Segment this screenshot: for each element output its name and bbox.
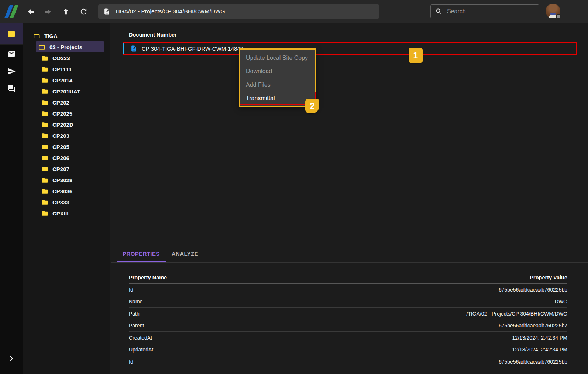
tree-folder-item[interactable]: CP3036	[23, 186, 110, 197]
back-button[interactable]	[23, 4, 38, 19]
folder-icon	[41, 132, 48, 139]
property-value-cell: 675be56addcaeaab760225bb	[499, 359, 567, 365]
tree-folder-item[interactable]: CP202D	[23, 119, 110, 130]
tree-item-label: CP2025	[52, 110, 72, 117]
tree-item-label: CP205	[52, 144, 69, 150]
header-property-value: Property Value	[530, 275, 567, 280]
menu-item-update-local-site-copy[interactable]: Update Local Site Copy	[240, 51, 315, 65]
back-arrow-icon	[26, 7, 35, 16]
search-input[interactable]	[447, 8, 534, 15]
folder-icon	[41, 66, 48, 73]
tree-folder-item[interactable]: CP206	[23, 152, 110, 163]
tree-folder-item[interactable]: CP205	[23, 141, 110, 152]
property-name-cell: Name	[129, 299, 142, 305]
tree-folder-item[interactable]: CP203	[23, 130, 110, 141]
menu-item-add-files[interactable]: Add Files	[240, 78, 315, 92]
rail-item-chat[interactable]	[0, 80, 23, 98]
property-name-cell: UpdatedAt	[129, 347, 153, 353]
mail-icon	[7, 49, 16, 58]
property-value-cell: /TIGA/02 - Projects/CP 304/BHI/CWM/DWG	[466, 311, 567, 317]
tree-item-label: CO223	[52, 55, 70, 61]
folder-icon	[41, 55, 48, 62]
send-icon	[7, 67, 16, 76]
tab-analyze[interactable]: ANALYZE	[166, 245, 204, 262]
folder-icon	[41, 99, 48, 106]
tree-item-selected[interactable]: 02 - Projects	[36, 41, 104, 52]
tree-folder-item[interactable]: CP1111	[23, 64, 110, 75]
search-icon	[435, 8, 443, 15]
rail-item-send[interactable]	[0, 62, 23, 80]
tree-item-label: CP3028	[52, 177, 72, 183]
property-value-cell: 12/13/2024, 2:42:34 PM	[512, 347, 567, 353]
tree-item-label: CP202	[52, 99, 69, 106]
folder-icon	[41, 77, 48, 84]
main-content: Document Number CP 304-TIGA-BHI-GF-DRW-C…	[111, 23, 588, 374]
tree-item-label: CP206	[52, 155, 69, 161]
avatar[interactable]	[546, 4, 560, 18]
document-row[interactable]: CP 304-TIGA-BHI-GF-DRW-CWM-14849	[123, 42, 577, 55]
property-value-cell: 675be56addcaeaab760225bb	[499, 287, 567, 293]
forward-button[interactable]	[41, 4, 55, 19]
properties-table-header: Property Name Property Value	[129, 272, 567, 284]
folder-icon	[41, 110, 48, 117]
tree-item-label: CP333	[52, 199, 69, 205]
address-path-field[interactable]: TIGA/02 - Projects/CP 304/BHI/CWM/DWG	[98, 4, 379, 19]
document-icon	[103, 8, 110, 15]
property-value-cell: 12/13/2024, 2:42:34 PM	[512, 335, 567, 341]
tree-item-root[interactable]: TIGA	[23, 30, 110, 41]
refresh-icon	[79, 7, 88, 16]
properties-table: Property Name Property Value Id 675be56a…	[129, 272, 567, 368]
tree-folder-item[interactable]: CO223	[23, 52, 110, 64]
tree-item-label: CP203	[52, 133, 69, 139]
tree-folder-item[interactable]: CP3028	[23, 174, 110, 186]
tree-folder-item[interactable]: CP2025	[23, 108, 110, 119]
property-name-cell: Id	[129, 287, 133, 293]
property-row: Parent 675be56addcaeaab760225b7	[129, 320, 567, 332]
forward-arrow-icon	[44, 7, 52, 16]
selection-indicator-bar	[123, 43, 124, 54]
left-icon-rail	[0, 23, 23, 374]
tree-item-label: CPXIII	[52, 210, 68, 217]
property-value-cell: DWG	[555, 299, 567, 305]
folder-open-icon	[38, 44, 45, 51]
menu-item-transmittal[interactable]: Transmittal	[240, 92, 316, 105]
property-name-cell: Parent	[129, 323, 144, 329]
bottom-panel-tabs: PROPERTIES ANALYZE	[111, 245, 588, 263]
rail-item-documents[interactable]	[0, 23, 23, 45]
folder-icon	[41, 154, 48, 162]
tree-folder-item[interactable]: CP2014	[23, 75, 110, 86]
chat-icon	[7, 85, 16, 94]
property-row: Id 675be56addcaeaab760225bb	[129, 284, 567, 296]
folder-tree-panel: TIGA 02 - Projects CO223 CP1111 CP2014 C…	[23, 23, 110, 374]
tree-folder-item[interactable]: CP207	[23, 163, 110, 174]
annotation-badge-2: 2	[305, 99, 319, 113]
folder-icon	[41, 166, 48, 173]
menu-item-download[interactable]: Download	[240, 65, 315, 78]
file-icon	[130, 45, 137, 52]
tab-properties[interactable]: PROPERTIES	[117, 245, 166, 262]
folder-icon	[41, 88, 48, 95]
tree-folder-item[interactable]: CP333	[23, 197, 110, 208]
property-row: CreatedAt 12/13/2024, 2:42:34 PM	[129, 332, 567, 344]
up-button[interactable]	[58, 4, 73, 19]
property-row: UpdatedAt 12/13/2024, 2:42:34 PM	[129, 344, 567, 356]
rail-item-mail[interactable]	[0, 45, 23, 62]
tree-folder-item[interactable]: CP202	[23, 97, 110, 108]
up-arrow-icon	[62, 7, 70, 16]
property-value-cell: 675be56addcaeaab760225b7	[499, 323, 567, 329]
search-box[interactable]	[430, 4, 539, 18]
property-name-cell: Id	[129, 359, 133, 365]
folder-icon	[41, 188, 48, 195]
document-list-column-header: Document Number	[129, 32, 177, 38]
tree-folder-item[interactable]: CP201UAT	[23, 86, 110, 97]
refresh-button[interactable]	[76, 4, 91, 19]
expand-sidebar-button[interactable]	[0, 350, 23, 367]
tree-folder-item[interactable]: CPXIII	[23, 208, 110, 219]
document-number-label: CP 304-TIGA-BHI-GF-DRW-CWM-14849	[142, 45, 243, 52]
property-row: Id 675be56addcaeaab760225bb	[129, 356, 567, 368]
tree-item-label: CP201UAT	[52, 88, 80, 95]
property-row: Name DWG	[129, 296, 567, 308]
folder-icon	[41, 177, 48, 184]
property-row: Path /TIGA/02 - Projects/CP 304/BHI/CWM/…	[129, 308, 567, 320]
tree-item-label: CP3036	[52, 188, 72, 194]
